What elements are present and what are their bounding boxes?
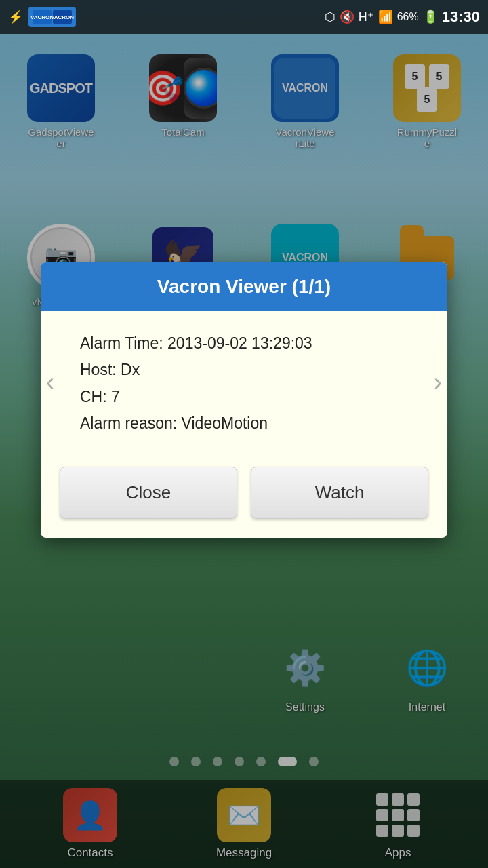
- mute-icon: 🔇: [340, 9, 354, 24]
- nav-right-button[interactable]: ›: [434, 368, 442, 397]
- usb-icon: ⚡: [8, 9, 23, 24]
- ch-text: CH: 7: [80, 384, 408, 410]
- watch-button[interactable]: Watch: [251, 467, 428, 519]
- signal-icon: 📶: [378, 9, 393, 24]
- alarm-time-text: Alarm Time: 2013-09-02 13:29:03: [80, 330, 408, 357]
- status-time: 13:30: [442, 8, 480, 26]
- battery-percent: 66%: [397, 11, 419, 23]
- modal-overlay: Vacron Viewer (1/1) ‹ Alarm Time: 2013-0…: [0, 0, 488, 868]
- bluetooth-icon: ⬡: [325, 9, 336, 24]
- nav-left-button[interactable]: ‹: [46, 368, 54, 397]
- dialog-info: Alarm Time: 2013-09-02 13:29:03 Host: Dx…: [60, 330, 428, 436]
- alarm-reason-text: Alarm reason: VideoMotion: [80, 410, 408, 437]
- status-right: ⬡ 🔇 H⁺ 📶 66% 🔋 13:30: [325, 8, 480, 26]
- close-button[interactable]: Close: [60, 467, 237, 519]
- host-text: Host: Dx: [80, 357, 408, 383]
- battery-icon: 🔋: [423, 9, 438, 24]
- dialog-buttons: Close Watch: [41, 453, 447, 538]
- dialog-title-bar: Vacron Viewer (1/1): [41, 262, 447, 311]
- status-bar: ⚡ VACRON VACRON ⬡ 🔇 H⁺ 📶 66% 🔋 13:30: [0, 0, 488, 34]
- alarm-dialog: Vacron Viewer (1/1) ‹ Alarm Time: 2013-0…: [41, 262, 447, 537]
- dialog-title: Vacron Viewer (1/1): [157, 276, 331, 297]
- wifi-icon: H⁺: [359, 9, 374, 24]
- status-left: ⚡ VACRON VACRON: [8, 7, 76, 27]
- dialog-body: ‹ Alarm Time: 2013-09-02 13:29:03 Host: …: [41, 311, 447, 452]
